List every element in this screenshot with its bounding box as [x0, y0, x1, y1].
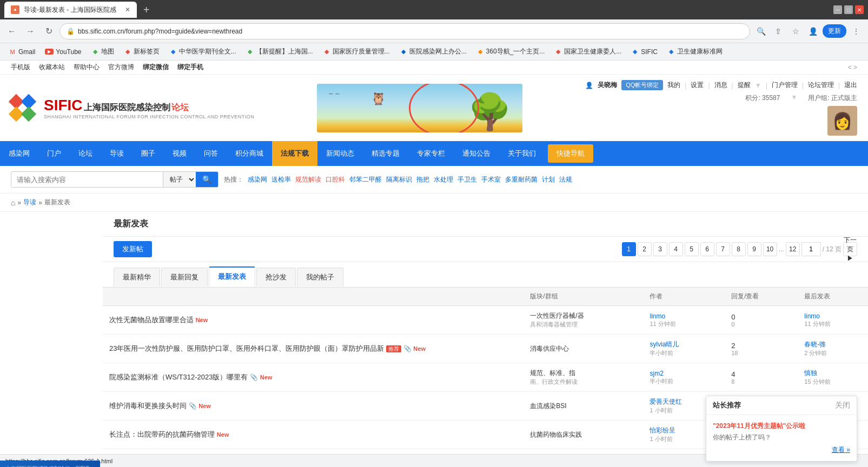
- hot-tag-chem[interactable]: 邻苯二甲醛: [349, 175, 382, 184]
- my-menu[interactable]: 我的: [667, 81, 680, 90]
- nav-expert[interactable]: 专家专栏: [408, 141, 454, 166]
- page-btn-12[interactable]: 12: [786, 242, 800, 256]
- page-btn-4[interactable]: 4: [669, 242, 683, 256]
- forum-mgmt-link[interactable]: 论坛管理: [808, 81, 834, 90]
- search-nav-icon[interactable]: 🔍: [753, 24, 768, 39]
- bookmark-health-std[interactable]: ◆ 卫生健康标准网: [663, 45, 727, 58]
- nav-circle[interactable]: 圈子: [132, 141, 164, 166]
- bookmark-journal[interactable]: ◆ 中华医学期刊全文...: [165, 45, 241, 58]
- profile-icon[interactable]: 👤: [805, 24, 820, 39]
- share-icon[interactable]: ⇧: [771, 24, 786, 39]
- search-type-select[interactable]: 帖子: [163, 172, 196, 187]
- mobile-link[interactable]: 手机版: [11, 63, 30, 72]
- popup-more-link[interactable]: 查看 »: [832, 446, 850, 453]
- page-btn-8[interactable]: 8: [732, 242, 746, 256]
- bookmark-sific[interactable]: ◆ SIFIC: [627, 46, 662, 57]
- tab-latest-post[interactable]: 最新发表: [209, 266, 255, 287]
- page-btn-7[interactable]: 7: [716, 242, 730, 256]
- page-jump-input[interactable]: [801, 242, 821, 256]
- hot-tag-norm[interactable]: 规范解读: [295, 175, 321, 184]
- post-title-1[interactable]: 次性无菌物品放置哪里合适: [109, 316, 194, 324]
- search-input[interactable]: [11, 172, 163, 187]
- back-btn[interactable]: ←: [4, 24, 19, 39]
- hot-tag-plan[interactable]: 计划: [542, 175, 555, 184]
- hot-tag-handhygiene[interactable]: 手卫生: [458, 175, 477, 184]
- home-icon[interactable]: ⌂: [11, 198, 15, 207]
- hot-tag-or[interactable]: 手术室: [481, 175, 501, 184]
- bookmark-newtab[interactable]: ◆ 新标签页: [120, 45, 164, 58]
- browser-tab[interactable]: ● 导读-最新发表 - 上海国际医院感 ✕: [4, 2, 137, 18]
- nav-shop[interactable]: 积分商城: [227, 141, 272, 166]
- reminder-link[interactable]: 提醒: [738, 81, 751, 90]
- breadcrumb-guide[interactable]: 导读: [23, 198, 36, 207]
- page-btn-9[interactable]: 9: [747, 242, 761, 256]
- bookmark-youtube[interactable]: ▶ YouTube: [41, 46, 85, 57]
- post-title-3[interactable]: 院感染监测标准（WS/T312-2023版）哪里有: [109, 373, 248, 381]
- last-author-2[interactable]: 春晓-骓: [804, 340, 862, 349]
- nav-news[interactable]: 新闻动态: [317, 141, 363, 166]
- hot-tag-iso[interactable]: 隔离标识: [386, 175, 412, 184]
- hot-tag-water[interactable]: 水处理: [434, 175, 453, 184]
- bind-phone-link[interactable]: 绑定手机: [177, 63, 203, 72]
- hot-tag-mdr[interactable]: 多重耐药菌: [505, 175, 538, 184]
- tab-my-posts[interactable]: 我的帖子: [297, 268, 343, 286]
- tab-close-btn[interactable]: ✕: [125, 6, 130, 14]
- quick-nav-btn[interactable]: 快捷导航: [548, 144, 593, 163]
- help-link[interactable]: 帮助中心: [74, 63, 100, 72]
- minimize-btn[interactable]: ─: [833, 5, 842, 14]
- author-1[interactable]: linmo: [650, 312, 718, 320]
- author-2[interactable]: sylvia晴儿: [650, 340, 718, 349]
- search-btn[interactable]: 🔍: [196, 172, 218, 187]
- new-post-btn[interactable]: 发新帖: [114, 241, 152, 257]
- bookmark-360[interactable]: ◆ 360导航_一个主页...: [472, 45, 549, 58]
- menu-icon[interactable]: ⋮: [849, 24, 864, 39]
- close-btn[interactable]: ✕: [855, 5, 864, 14]
- bookmark-hospital[interactable]: ◆ 医院感染网上办公...: [395, 45, 471, 58]
- collect-link[interactable]: 收藏本站: [39, 63, 65, 72]
- page-btn-6[interactable]: 6: [700, 242, 714, 256]
- hot-tag-check[interactable]: 送检率: [271, 175, 291, 184]
- portal-mgmt-link[interactable]: 门户管理: [772, 81, 798, 90]
- update-btn[interactable]: 更新: [823, 24, 846, 38]
- post-title-2[interactable]: 23年医用一次性防护服、医用防护口罩、医用外科口罩、医用防护眼（面）罩防护用品新: [109, 344, 384, 352]
- next-page-btn[interactable]: 下一页 ▶: [843, 242, 857, 256]
- weibo-link[interactable]: 官方微博: [108, 63, 134, 72]
- new-tab-btn[interactable]: +: [143, 4, 150, 16]
- last-author-3[interactable]: 慎独: [804, 369, 862, 378]
- logout-link[interactable]: 退出: [844, 81, 857, 90]
- nav-qa[interactable]: 问答: [195, 141, 227, 166]
- nav-about[interactable]: 关于我们: [499, 141, 545, 166]
- qq-bind-btn[interactable]: QQ帐号绑定: [621, 80, 663, 90]
- author-3[interactable]: sjm2: [650, 370, 718, 377]
- page-btn-3[interactable]: 3: [653, 242, 667, 256]
- nav-infection[interactable]: 感染网: [0, 141, 38, 166]
- tab-quick-reply[interactable]: 抢沙发: [256, 268, 296, 286]
- nav-laws[interactable]: 法规下载: [272, 141, 317, 166]
- page-btn-5[interactable]: 5: [685, 242, 699, 256]
- page-btn-10[interactable]: 10: [763, 242, 777, 256]
- nav-guide[interactable]: 导读: [101, 141, 132, 166]
- hot-tag-mop[interactable]: 拖把: [416, 175, 429, 184]
- bookmark-remind[interactable]: ◆ 【新提醒】上海国...: [242, 45, 317, 58]
- last-author-1[interactable]: linmo: [804, 312, 862, 320]
- popup-close-btn[interactable]: 关闭: [835, 401, 850, 410]
- bookmark-maps[interactable]: ◆ 地图: [87, 45, 118, 58]
- hot-tag-dental[interactable]: 口腔科: [326, 175, 345, 184]
- bookmark-icon[interactable]: ☆: [788, 24, 803, 39]
- popup-main-link[interactable]: "2023年11月优秀主题帖"公示啦: [713, 422, 805, 430]
- messages-link[interactable]: 消息: [714, 81, 727, 90]
- tab-latest-featured[interactable]: 最新精华: [114, 268, 160, 286]
- hot-tag-law[interactable]: 法规: [559, 175, 572, 184]
- hot-tag-infection[interactable]: 感染网: [248, 175, 267, 184]
- maximize-btn[interactable]: □: [844, 5, 853, 14]
- post-title-4[interactable]: 维护消毒和更换接头时间: [109, 402, 187, 410]
- page-btn-2[interactable]: 2: [638, 242, 652, 256]
- refresh-btn[interactable]: ↻: [41, 24, 56, 39]
- bookmark-medical[interactable]: ◆ 国家医疗质量管理...: [319, 45, 394, 58]
- bookmark-gmail[interactable]: M Gmail: [4, 46, 39, 57]
- forward-btn[interactable]: →: [23, 24, 38, 39]
- tab-latest-reply[interactable]: 最新回复: [161, 268, 208, 286]
- settings-link[interactable]: 设置: [691, 81, 704, 90]
- address-bar[interactable]: 🔒 bbs.sific.com.cn/forum.php?mod=guide&v…: [59, 23, 750, 39]
- nav-portal[interactable]: 门户: [38, 141, 70, 166]
